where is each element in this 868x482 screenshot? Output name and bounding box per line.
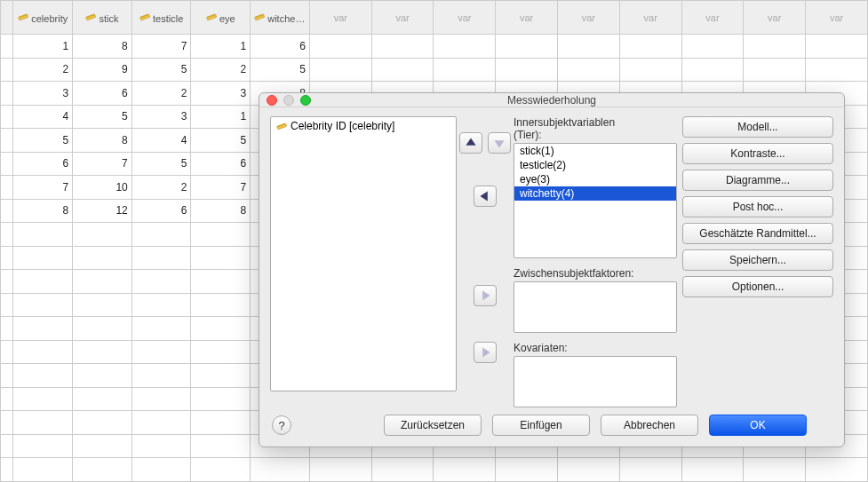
source-variable-list[interactable]: Celebrity ID [celebrity] xyxy=(270,116,457,391)
cell[interactable]: 5 xyxy=(191,129,251,153)
cell-empty[interactable] xyxy=(806,458,868,482)
cell[interactable] xyxy=(13,434,73,458)
table-row[interactable]: 29525 xyxy=(1,58,868,82)
cell[interactable] xyxy=(191,434,251,458)
cell[interactable] xyxy=(13,293,73,317)
within-transfer-button[interactable] xyxy=(474,186,497,207)
cell[interactable]: 10 xyxy=(73,176,132,200)
covariate-transfer-button[interactable] xyxy=(474,342,497,363)
cell[interactable] xyxy=(13,340,73,364)
cell[interactable]: 8 xyxy=(73,35,132,59)
cell[interactable]: 8 xyxy=(13,199,73,223)
cell[interactable]: 6 xyxy=(73,82,132,106)
cell[interactable]: 7 xyxy=(73,152,132,176)
cell-empty[interactable] xyxy=(371,458,434,482)
ok-button[interactable]: OK xyxy=(709,415,807,436)
cell-empty[interactable] xyxy=(558,58,620,82)
cell[interactable] xyxy=(131,458,191,482)
cell-empty[interactable] xyxy=(371,58,434,82)
cell[interactable] xyxy=(73,223,132,247)
side-button[interactable]: Post hoc... xyxy=(682,196,833,217)
cell[interactable] xyxy=(191,364,251,388)
cell[interactable] xyxy=(13,317,73,341)
paste-button[interactable]: Einfügen xyxy=(492,415,590,436)
cell[interactable] xyxy=(73,340,132,364)
close-icon[interactable] xyxy=(267,95,277,106)
cell[interactable] xyxy=(191,317,251,341)
column-header[interactable]: eye xyxy=(191,1,251,35)
cell[interactable]: 3 xyxy=(13,82,73,106)
cell[interactable]: 2 xyxy=(131,82,191,106)
covariates-list[interactable] xyxy=(514,356,677,407)
cell[interactable]: 3 xyxy=(131,105,191,129)
cell-empty[interactable] xyxy=(681,35,744,59)
cell-empty[interactable] xyxy=(371,35,434,59)
move-up-button[interactable] xyxy=(459,132,482,154)
column-header-empty[interactable]: var xyxy=(681,1,744,35)
cell[interactable]: 1 xyxy=(191,105,251,129)
column-header-empty[interactable]: var xyxy=(309,1,371,35)
cell[interactable]: 7 xyxy=(191,176,251,200)
cell-empty[interactable] xyxy=(619,458,681,482)
cell[interactable] xyxy=(131,246,191,270)
column-header-empty[interactable]: var xyxy=(806,1,868,35)
cell[interactable]: 5 xyxy=(131,152,191,176)
cell[interactable] xyxy=(131,270,191,294)
cell[interactable] xyxy=(73,246,132,270)
cell[interactable]: 6 xyxy=(191,152,251,176)
table-row[interactable] xyxy=(1,458,868,482)
cell[interactable] xyxy=(73,364,132,388)
column-header-empty[interactable]: var xyxy=(371,1,434,35)
cell-empty[interactable] xyxy=(496,58,558,82)
list-item[interactable]: witchetty(4) xyxy=(514,186,676,201)
cell[interactable] xyxy=(131,317,191,341)
cell[interactable] xyxy=(191,270,251,294)
cell-empty[interactable] xyxy=(744,458,806,482)
cell[interactable] xyxy=(73,293,132,317)
cell[interactable] xyxy=(73,411,132,435)
cell[interactable] xyxy=(13,270,73,294)
cell[interactable] xyxy=(73,317,132,341)
cell[interactable]: 6 xyxy=(251,35,310,59)
cell[interactable]: 2 xyxy=(13,58,73,82)
cell[interactable]: 5 xyxy=(73,105,132,129)
list-item[interactable]: eye(3) xyxy=(514,172,676,186)
side-button[interactable]: Modell... xyxy=(682,116,833,138)
cell[interactable] xyxy=(131,387,191,411)
cell[interactable]: 6 xyxy=(131,199,191,223)
cell[interactable] xyxy=(131,340,191,364)
cell-empty[interactable] xyxy=(681,458,744,482)
cell[interactable] xyxy=(73,387,132,411)
side-button[interactable]: Optionen... xyxy=(682,276,833,297)
help-button[interactable]: ? xyxy=(272,415,291,435)
column-header[interactable]: stick xyxy=(73,1,132,35)
cell[interactable]: 8 xyxy=(191,199,251,223)
cell-empty[interactable] xyxy=(434,58,496,82)
cell[interactable]: 2 xyxy=(131,176,191,200)
cell[interactable]: 3 xyxy=(191,82,251,106)
cell[interactable] xyxy=(191,340,251,364)
cell-empty[interactable] xyxy=(806,35,868,59)
cell[interactable]: 5 xyxy=(13,129,73,153)
cell-empty[interactable] xyxy=(496,458,558,482)
cancel-button[interactable]: Abbrechen xyxy=(601,415,698,436)
reset-button[interactable]: Zurücksetzen xyxy=(384,415,482,436)
cell-empty[interactable] xyxy=(309,58,371,82)
zoom-icon[interactable] xyxy=(300,95,311,106)
list-item[interactable]: stick(1) xyxy=(514,144,676,158)
column-header-empty[interactable]: var xyxy=(496,1,558,35)
within-subjects-list[interactable]: stick(1)testicle(2)eye(3)witchetty(4) xyxy=(514,143,677,258)
move-down-button[interactable] xyxy=(488,132,511,154)
column-header-empty[interactable]: var xyxy=(619,1,681,35)
side-button[interactable]: Kontraste... xyxy=(682,143,833,164)
cell[interactable]: 5 xyxy=(251,58,310,82)
cell[interactable] xyxy=(191,411,251,435)
cell[interactable] xyxy=(13,246,73,270)
cell[interactable]: 7 xyxy=(131,35,191,59)
cell[interactable] xyxy=(191,246,251,270)
cell[interactable]: 12 xyxy=(73,199,132,223)
column-header-empty[interactable]: var xyxy=(434,1,496,35)
cell[interactable] xyxy=(191,458,251,482)
cell-empty[interactable] xyxy=(558,35,620,59)
cell-empty[interactable] xyxy=(434,35,496,59)
